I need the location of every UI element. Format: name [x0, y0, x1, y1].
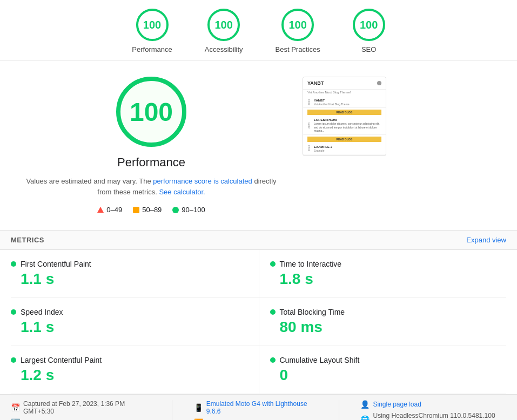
main-content: 100 Performance Values are estimated and… [0, 60, 517, 230]
performance-description: Values are estimated and may vary. The p… [22, 176, 281, 197]
score-label-best-practices: Best Practices [276, 45, 320, 53]
preview-post-3-subtitle: Example [314, 149, 381, 152]
preview-post-1: 2023 YANBT Yet Another Nuxt Blog Theme [303, 97, 386, 108]
preview-post-2-btn[interactable]: READ BLOG [307, 137, 381, 142]
metric-label-lcp: Largest Contentful Paint [21, 356, 102, 364]
metric-label-si: Speed Index [21, 308, 63, 316]
mobile-icon: 📱 [194, 403, 203, 412]
footer-captured-text: Captured at Feb 27, 2023, 1:36 PM GMT+5:… [23, 400, 150, 415]
legend-green-label: 90–100 [182, 206, 205, 214]
preview-post-1-date: 2023 [307, 99, 312, 105]
footer-browser-text: Using HeadlessChromium 110.0.5481.100 wi… [373, 412, 506, 420]
red-triangle-icon [97, 207, 104, 213]
preview-post-3-title: EXAMPLE 2 [314, 145, 381, 148]
top-scores-bar: 100 Performance 100 Accessibility 100 Be… [0, 0, 517, 60]
score-label-seo: SEO [361, 45, 376, 53]
score-item-performance: 100 Performance [132, 9, 172, 53]
metrics-header: METRICS Expand view [0, 230, 517, 250]
preview-post-3-date: 2023 [307, 145, 312, 151]
perf-score-link[interactable]: performance score is calculated [153, 177, 252, 185]
metric-si: Speed Index 1.1 s [11, 298, 259, 346]
metric-fcp: First Contentful Paint 1.1 s [11, 250, 259, 298]
expand-view-button[interactable]: Expand view [466, 236, 506, 244]
footer-col-3: 👤 Single page load 🌐 Using HeadlessChrom… [360, 400, 506, 420]
metric-value-si: 1.1 s [11, 319, 248, 336]
person-icon: 👤 [360, 400, 370, 409]
site-preview-card: YANBT Yet Another Nuxt Blog Theme! 2023 … [303, 77, 386, 156]
metric-value-tti: 1.8 s [270, 270, 496, 288]
footer-browser: 🌐 Using HeadlessChromium 110.0.5481.100 … [360, 412, 506, 420]
green-circle-icon [172, 207, 179, 213]
preview-post-1-text: YANBT Yet Another Nuxt Blog Theme [314, 99, 381, 106]
legend-orange-label: 50–89 [142, 206, 162, 214]
see-calculator-link[interactable]: See calculator. [159, 188, 205, 196]
legend-green: 90–100 [172, 206, 205, 214]
preview-body: 2023 YANBT Yet Another Nuxt Blog Theme R… [303, 96, 386, 155]
footer-captured-at: 📅 Captured at Feb 27, 2023, 1:36 PM GMT+… [11, 400, 150, 415]
left-panel: 100 Performance Values are estimated and… [22, 77, 281, 214]
footer: 📅 Captured at Feb 27, 2023, 1:36 PM GMT+… [0, 394, 517, 420]
metric-dot-lcp [11, 357, 16, 363]
preview-post-1-subtitle: Yet Another Nuxt Blog Theme [314, 103, 381, 106]
footer-device: 📱 Emulated Moto G4 with Lighthouse 9.6.6 [194, 400, 317, 415]
score-item-seo: 100 SEO [353, 9, 385, 53]
metric-value-tbt: 80 ms [270, 319, 496, 336]
metric-label-tbt: Total Blocking Time [280, 308, 345, 316]
metric-value-fcp: 1.1 s [11, 270, 248, 288]
metric-label-tti: Time to Interactive [280, 260, 342, 268]
metrics-grid: First Contentful Paint 1.1 s Time to Int… [0, 250, 517, 394]
footer-separator-2 [339, 400, 339, 420]
score-circle-performance: 100 [136, 9, 169, 41]
preview-post-1-btn[interactable]: READ BLOG [307, 110, 381, 115]
performance-title: Performance [117, 155, 185, 170]
metric-dot-cls [270, 357, 276, 363]
orange-square-icon [133, 207, 139, 213]
footer-separator-1 [172, 400, 172, 420]
footer-col-1: 📅 Captured at Feb 27, 2023, 1:36 PM GMT+… [11, 400, 150, 420]
metric-value-cls: 0 [270, 367, 496, 384]
preview-post-3-text: EXAMPLE 2 Example [314, 145, 381, 152]
calendar-icon: 📅 [11, 403, 20, 412]
score-label-performance: Performance [132, 45, 172, 53]
metric-dot-tti [270, 261, 276, 267]
score-item-accessibility: 100 Accessibility [205, 9, 243, 53]
big-score-circle: 100 [116, 77, 186, 147]
score-circle-seo: 100 [353, 9, 385, 41]
metric-dot-tbt [270, 309, 276, 315]
footer-single-page-link[interactable]: Single page load [373, 401, 421, 408]
metric-label-fcp: First Contentful Paint [21, 260, 91, 268]
score-circle-accessibility: 100 [207, 9, 240, 41]
preview-post-3: 2023 EXAMPLE 2 Example [303, 144, 386, 154]
legend-red-label: 0–49 [106, 206, 122, 214]
preview-post-2-subtitle: Lorem ipsum dolor sit amet, consectetur … [314, 122, 381, 133]
preview-post-2-title: LOREM IPSUM [314, 118, 381, 121]
preview-post-2-date: 2023 [307, 123, 312, 128]
metric-dot-fcp [11, 261, 16, 267]
metric-value-lcp: 1.2 s [11, 367, 248, 384]
metric-tti: Time to Interactive 1.8 s [259, 250, 507, 298]
footer-device-link[interactable]: Emulated Moto G4 with Lighthouse 9.6.6 [206, 400, 317, 415]
footer-single-page: 👤 Single page load [360, 400, 506, 409]
legend-red: 0–49 [97, 206, 122, 214]
metrics-title: METRICS [11, 236, 44, 244]
metric-lcp: Largest Contentful Paint 1.2 s [11, 346, 259, 394]
preview-dot-icon [377, 81, 381, 85]
metric-cls: Cumulative Layout Shift 0 [259, 346, 507, 394]
score-legend: 0–49 50–89 90–100 [97, 206, 205, 214]
score-item-best-practices: 100 Best Practices [276, 9, 320, 53]
globe-icon: 🌐 [360, 415, 370, 420]
legend-orange: 50–89 [133, 206, 162, 214]
desc-static: Values are estimated and may vary. The [26, 177, 151, 185]
preview-header: YANBT [303, 77, 386, 90]
preview-post-1-title: YANBT [314, 99, 381, 102]
preview-site-name: YANBT [307, 80, 324, 86]
score-label-accessibility: Accessibility [205, 45, 243, 53]
metric-label-cls: Cumulative Layout Shift [280, 356, 360, 364]
metric-tbt: Total Blocking Time 80 ms [259, 298, 507, 346]
preview-post-2: 2023 LOREM IPSUM Lorem ipsum dolor sit a… [303, 117, 386, 135]
score-circle-best-practices: 100 [281, 9, 314, 41]
footer-col-2: 📱 Emulated Moto G4 with Lighthouse 9.6.6… [194, 400, 317, 420]
preview-post-2-text: LOREM IPSUM Lorem ipsum dolor sit amet, … [314, 118, 381, 133]
metric-dot-si [11, 309, 16, 315]
preview-subtitle: Yet Another Nuxt Blog Theme! [303, 90, 386, 96]
